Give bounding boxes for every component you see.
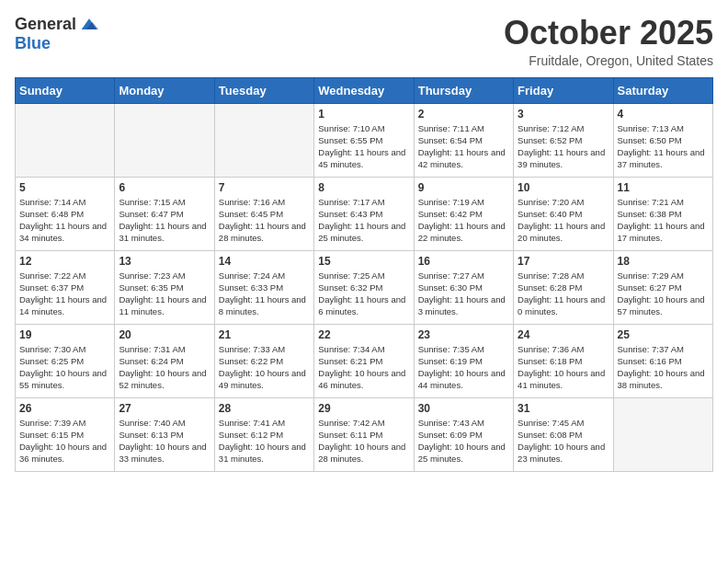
day-number: 6: [119, 181, 210, 194]
day-info: Sunrise: 7:35 AM Sunset: 6:19 PM Dayligh…: [418, 343, 509, 392]
calendar-cell: 31Sunrise: 7:45 AM Sunset: 6:08 PM Dayli…: [514, 397, 613, 471]
col-tuesday: Tuesday: [214, 77, 313, 103]
calendar-cell: 20Sunrise: 7:31 AM Sunset: 6:24 PM Dayli…: [115, 324, 214, 397]
day-info: Sunrise: 7:30 AM Sunset: 6:25 PM Dayligh…: [19, 343, 110, 392]
day-number: 5: [19, 181, 110, 194]
calendar-table: Sunday Monday Tuesday Wednesday Thursday…: [15, 77, 713, 472]
calendar-cell: 26Sunrise: 7:39 AM Sunset: 6:15 PM Dayli…: [16, 397, 115, 471]
logo-general-text: General: [15, 15, 76, 34]
day-number: 22: [318, 328, 409, 341]
calendar-cell: 3Sunrise: 7:12 AM Sunset: 6:52 PM Daylig…: [514, 103, 613, 177]
day-number: 27: [119, 402, 210, 415]
calendar-cell: 19Sunrise: 7:30 AM Sunset: 6:25 PM Dayli…: [16, 324, 115, 397]
day-number: 31: [518, 402, 609, 415]
day-number: 25: [618, 328, 709, 341]
title-section: October 2025 Fruitdale, Oregon, United S…: [504, 15, 713, 68]
day-number: 17: [518, 255, 609, 268]
day-number: 11: [618, 181, 709, 194]
day-number: 14: [219, 255, 310, 268]
calendar-cell: [214, 103, 313, 177]
day-number: 8: [318, 181, 409, 194]
day-info: Sunrise: 7:10 AM Sunset: 6:55 PM Dayligh…: [318, 122, 409, 171]
day-info: Sunrise: 7:19 AM Sunset: 6:42 PM Dayligh…: [418, 196, 509, 245]
page-header: General Blue October 2025 Fruitdale, Ore…: [15, 15, 713, 68]
day-info: Sunrise: 7:17 AM Sunset: 6:43 PM Dayligh…: [318, 196, 409, 245]
day-number: 19: [19, 328, 110, 341]
day-number: 18: [618, 255, 709, 268]
calendar-cell: 28Sunrise: 7:41 AM Sunset: 6:12 PM Dayli…: [214, 397, 313, 471]
day-number: 3: [518, 108, 609, 121]
calendar-cell: 30Sunrise: 7:43 AM Sunset: 6:09 PM Dayli…: [414, 397, 513, 471]
calendar-cell: 23Sunrise: 7:35 AM Sunset: 6:19 PM Dayli…: [414, 324, 513, 397]
calendar-cell: 1Sunrise: 7:10 AM Sunset: 6:55 PM Daylig…: [314, 103, 414, 177]
calendar-week-row: 5Sunrise: 7:14 AM Sunset: 6:48 PM Daylig…: [16, 177, 713, 250]
calendar-cell: 7Sunrise: 7:16 AM Sunset: 6:45 PM Daylig…: [214, 177, 313, 250]
day-info: Sunrise: 7:36 AM Sunset: 6:18 PM Dayligh…: [518, 343, 609, 392]
calendar-week-row: 19Sunrise: 7:30 AM Sunset: 6:25 PM Dayli…: [16, 324, 713, 397]
day-info: Sunrise: 7:33 AM Sunset: 6:22 PM Dayligh…: [219, 343, 310, 392]
location-text: Fruitdale, Oregon, United States: [504, 53, 713, 68]
calendar-cell: 15Sunrise: 7:25 AM Sunset: 6:32 PM Dayli…: [314, 250, 414, 324]
day-number: 7: [219, 181, 310, 194]
calendar-cell: 17Sunrise: 7:28 AM Sunset: 6:28 PM Dayli…: [514, 250, 613, 324]
calendar-cell: 18Sunrise: 7:29 AM Sunset: 6:27 PM Dayli…: [613, 250, 712, 324]
logo-icon: [80, 16, 98, 34]
day-info: Sunrise: 7:16 AM Sunset: 6:45 PM Dayligh…: [219, 196, 310, 245]
day-info: Sunrise: 7:31 AM Sunset: 6:24 PM Dayligh…: [119, 343, 210, 392]
calendar-cell: 22Sunrise: 7:34 AM Sunset: 6:21 PM Dayli…: [314, 324, 414, 397]
calendar-cell: [16, 103, 115, 177]
col-saturday: Saturday: [613, 77, 712, 103]
col-friday: Friday: [514, 77, 613, 103]
day-number: 9: [418, 181, 509, 194]
day-number: 26: [19, 402, 110, 415]
day-info: Sunrise: 7:34 AM Sunset: 6:21 PM Dayligh…: [318, 343, 409, 392]
logo: General Blue: [15, 15, 98, 53]
day-info: Sunrise: 7:37 AM Sunset: 6:16 PM Dayligh…: [618, 343, 709, 392]
day-info: Sunrise: 7:41 AM Sunset: 6:12 PM Dayligh…: [219, 417, 310, 465]
day-number: 13: [119, 255, 210, 268]
month-title: October 2025: [504, 15, 713, 52]
logo-blue-text: Blue: [15, 34, 51, 53]
day-info: Sunrise: 7:25 AM Sunset: 6:32 PM Dayligh…: [318, 270, 409, 318]
day-info: Sunrise: 7:29 AM Sunset: 6:27 PM Dayligh…: [618, 270, 709, 318]
day-info: Sunrise: 7:21 AM Sunset: 6:38 PM Dayligh…: [618, 196, 709, 245]
calendar-week-row: 12Sunrise: 7:22 AM Sunset: 6:37 PM Dayli…: [16, 250, 713, 324]
calendar-cell: 10Sunrise: 7:20 AM Sunset: 6:40 PM Dayli…: [514, 177, 613, 250]
col-thursday: Thursday: [414, 77, 513, 103]
calendar-cell: 12Sunrise: 7:22 AM Sunset: 6:37 PM Dayli…: [16, 250, 115, 324]
calendar-cell: 29Sunrise: 7:42 AM Sunset: 6:11 PM Dayli…: [314, 397, 414, 471]
col-sunday: Sunday: [16, 77, 115, 103]
day-info: Sunrise: 7:11 AM Sunset: 6:54 PM Dayligh…: [418, 122, 509, 171]
day-info: Sunrise: 7:20 AM Sunset: 6:40 PM Dayligh…: [518, 196, 609, 245]
day-info: Sunrise: 7:13 AM Sunset: 6:50 PM Dayligh…: [618, 122, 709, 171]
calendar-cell: 4Sunrise: 7:13 AM Sunset: 6:50 PM Daylig…: [613, 103, 712, 177]
calendar-cell: 14Sunrise: 7:24 AM Sunset: 6:33 PM Dayli…: [214, 250, 313, 324]
day-number: 28: [219, 402, 310, 415]
day-number: 2: [418, 108, 509, 121]
day-number: 21: [219, 328, 310, 341]
day-info: Sunrise: 7:43 AM Sunset: 6:09 PM Dayligh…: [418, 417, 509, 465]
day-number: 20: [119, 328, 210, 341]
calendar-cell: 13Sunrise: 7:23 AM Sunset: 6:35 PM Dayli…: [115, 250, 214, 324]
calendar-cell: 16Sunrise: 7:27 AM Sunset: 6:30 PM Dayli…: [414, 250, 513, 324]
day-number: 10: [518, 181, 609, 194]
day-info: Sunrise: 7:40 AM Sunset: 6:13 PM Dayligh…: [119, 417, 210, 465]
calendar-cell: 21Sunrise: 7:33 AM Sunset: 6:22 PM Dayli…: [214, 324, 313, 397]
calendar-cell: [613, 397, 712, 471]
day-info: Sunrise: 7:12 AM Sunset: 6:52 PM Dayligh…: [518, 122, 609, 171]
day-info: Sunrise: 7:24 AM Sunset: 6:33 PM Dayligh…: [219, 270, 310, 318]
day-number: 12: [19, 255, 110, 268]
header-row: Sunday Monday Tuesday Wednesday Thursday…: [16, 77, 713, 103]
col-wednesday: Wednesday: [314, 77, 414, 103]
calendar-cell: 5Sunrise: 7:14 AM Sunset: 6:48 PM Daylig…: [16, 177, 115, 250]
day-info: Sunrise: 7:22 AM Sunset: 6:37 PM Dayligh…: [19, 270, 110, 318]
day-number: 30: [418, 402, 509, 415]
col-monday: Monday: [115, 77, 214, 103]
day-info: Sunrise: 7:39 AM Sunset: 6:15 PM Dayligh…: [19, 417, 110, 465]
calendar-week-row: 26Sunrise: 7:39 AM Sunset: 6:15 PM Dayli…: [16, 397, 713, 471]
day-number: 15: [318, 255, 409, 268]
day-info: Sunrise: 7:15 AM Sunset: 6:47 PM Dayligh…: [119, 196, 210, 245]
day-number: 29: [318, 402, 409, 415]
calendar-cell: 27Sunrise: 7:40 AM Sunset: 6:13 PM Dayli…: [115, 397, 214, 471]
day-number: 16: [418, 255, 509, 268]
